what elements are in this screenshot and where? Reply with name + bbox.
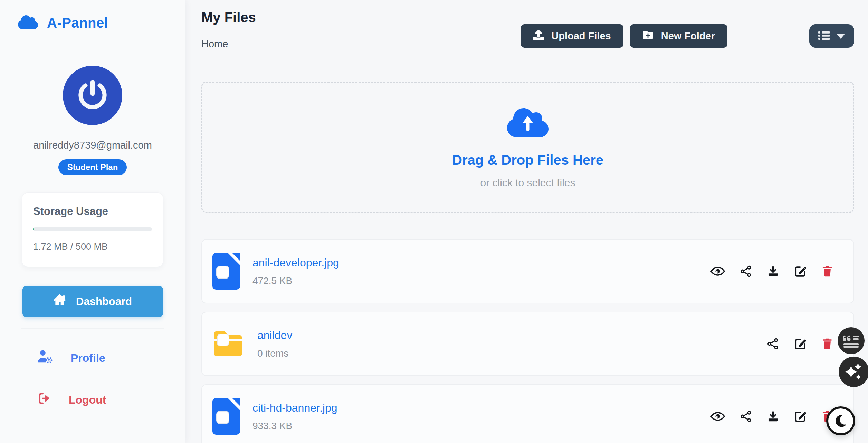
- file-name-link[interactable]: anil-developer.jpg: [252, 256, 339, 269]
- folder-items-count: 0 items: [257, 348, 292, 359]
- sidebar-item-label: Logout: [69, 394, 106, 406]
- share-button[interactable]: [739, 409, 753, 424]
- rename-button[interactable]: [793, 336, 808, 351]
- sidebar: A-Pannel anilreddy8739@gmail.com Student…: [0, 0, 185, 443]
- avatar: [63, 66, 122, 125]
- brand-title: A-Pannel: [47, 15, 108, 31]
- list-icon: [818, 31, 830, 41]
- sidebar-item-dashboard[interactable]: Dashboard: [22, 286, 163, 317]
- toolbar: Upload Files New Folder: [521, 24, 727, 48]
- storage-title: Storage Usage: [33, 205, 152, 218]
- storage-progress-track: [33, 227, 152, 231]
- folder-plus-icon: [642, 30, 654, 43]
- share-icon: [767, 338, 779, 350]
- sidebar-item-profile[interactable]: Profile: [0, 349, 185, 367]
- download-icon: [767, 410, 779, 423]
- dark-mode-toggle[interactable]: [826, 406, 855, 435]
- storage-usage-card: Storage Usage 1.72 MB / 500 MB: [22, 192, 163, 267]
- share-icon: [740, 265, 752, 277]
- share-button[interactable]: [739, 264, 753, 279]
- new-folder-button[interactable]: New Folder: [630, 24, 727, 48]
- file-size: 933.3 KB: [252, 421, 337, 432]
- download-button[interactable]: [766, 409, 780, 424]
- ai-assistant-fab[interactable]: [839, 357, 868, 387]
- edit-icon: [794, 410, 807, 423]
- file-size: 472.5 KB: [252, 275, 339, 286]
- share-button[interactable]: [766, 337, 780, 351]
- upload-icon: [533, 30, 544, 43]
- storage-progress-fill: [33, 227, 34, 231]
- feedback-fab[interactable]: [838, 327, 865, 354]
- share-icon: [740, 411, 752, 422]
- moon-icon: [834, 414, 848, 428]
- brand[interactable]: A-Pannel: [0, 0, 185, 46]
- download-icon: [767, 265, 779, 277]
- main-content: My Files Home Upload Files New Folder: [185, 0, 868, 443]
- sidebar-item-label: Dashboard: [76, 295, 132, 308]
- folder-row: anildev 0 items: [201, 312, 854, 376]
- rename-button[interactable]: [793, 264, 808, 279]
- sidebar-item-label: Profile: [71, 352, 105, 365]
- delete-button[interactable]: [820, 336, 834, 351]
- sidebar-divider: [21, 328, 164, 329]
- file-list: anil-developer.jpg 472.5 KB: [201, 239, 854, 443]
- caret-down-icon: [836, 34, 845, 39]
- logout-icon: [36, 391, 52, 408]
- power-icon: [75, 77, 110, 113]
- file-actions: [709, 409, 834, 424]
- upload-files-label: Upload Files: [551, 30, 611, 42]
- preview-button[interactable]: [709, 265, 726, 278]
- upload-files-button[interactable]: Upload Files: [521, 24, 623, 48]
- folder-name-link[interactable]: anildev: [257, 329, 292, 342]
- dropzone-title: Drag & Drop Files Here: [452, 152, 603, 168]
- plan-badge: Student Plan: [58, 159, 127, 175]
- file-image-icon: [212, 253, 240, 290]
- preview-button[interactable]: [709, 410, 726, 423]
- storage-usage-text: 1.72 MB / 500 MB: [33, 242, 152, 252]
- new-folder-label: New Folder: [661, 30, 715, 42]
- edit-icon: [794, 338, 807, 350]
- edit-icon: [794, 265, 807, 277]
- delete-button[interactable]: [820, 264, 834, 279]
- file-image-icon: [212, 398, 240, 435]
- dropzone[interactable]: Drag & Drop Files Here or click to selec…: [201, 82, 854, 213]
- home-icon: [53, 294, 66, 309]
- rename-button[interactable]: [793, 409, 808, 424]
- quote-icon: [843, 333, 859, 348]
- eye-icon: [710, 266, 725, 276]
- page-title: My Files: [201, 10, 854, 25]
- user-gear-icon: [36, 349, 54, 367]
- dropzone-subtitle: or click to select files: [480, 177, 575, 189]
- trash-icon: [822, 338, 833, 350]
- trash-icon: [822, 265, 833, 277]
- file-actions: [709, 264, 834, 279]
- file-row: citi-hd-banner.jpg 933.3 KB: [201, 384, 854, 443]
- sparkles-icon: [845, 363, 862, 380]
- file-name-link[interactable]: citi-hd-banner.jpg: [252, 402, 337, 414]
- file-row: anil-developer.jpg 472.5 KB: [201, 239, 854, 303]
- view-mode-dropdown[interactable]: [809, 24, 854, 48]
- sidebar-item-logout[interactable]: Logout: [0, 391, 185, 408]
- user-email: anilreddy8739@gmail.com: [0, 140, 185, 151]
- folder-actions: [766, 336, 834, 351]
- download-button[interactable]: [766, 264, 780, 279]
- cloud-icon: [18, 14, 38, 31]
- cloud-arrow-up-icon: [507, 106, 549, 141]
- breadcrumb-home[interactable]: Home: [201, 38, 228, 50]
- eye-icon: [710, 411, 725, 422]
- folder-icon: [212, 329, 245, 359]
